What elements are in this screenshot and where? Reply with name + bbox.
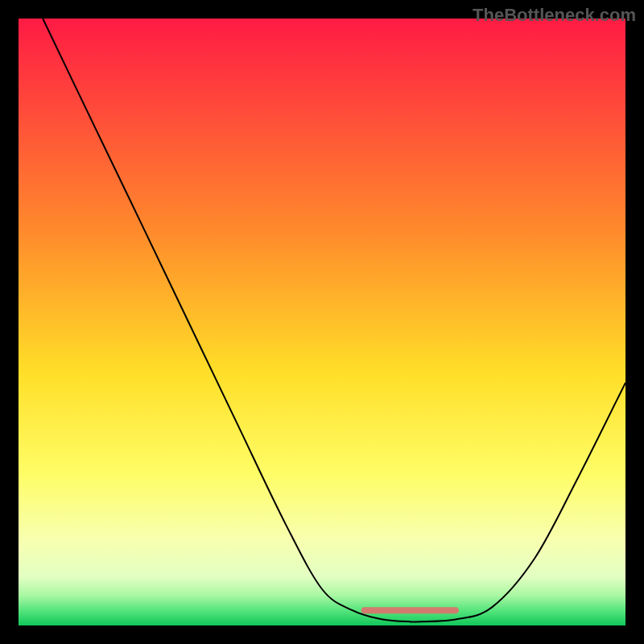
- plot-svg: [19, 19, 625, 625]
- chart-container: TheBottleneck.com: [0, 0, 644, 644]
- plot-area: [19, 19, 625, 625]
- watermark-text: TheBottleneck.com: [473, 5, 636, 26]
- gradient-background: [19, 19, 625, 625]
